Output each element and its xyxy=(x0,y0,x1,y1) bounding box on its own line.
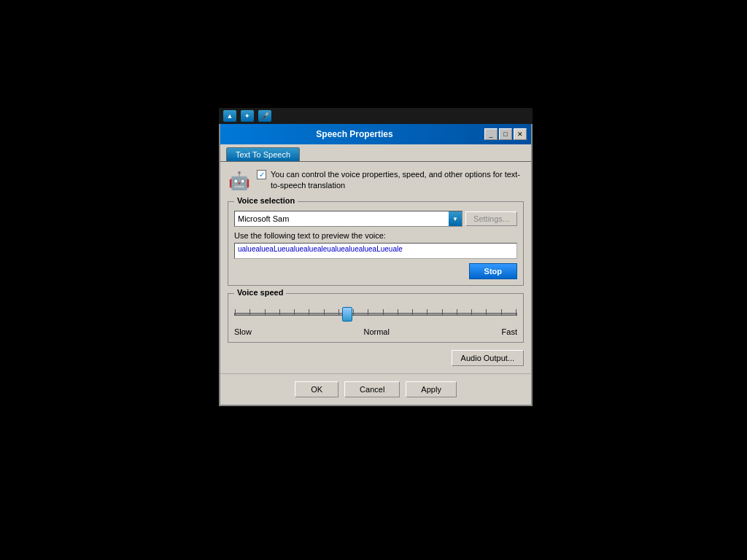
info-checkbox[interactable]: ✓ xyxy=(257,170,266,179)
tick-11 xyxy=(383,309,384,315)
voice-selection-content: Microsoft Sam ▼ Settings... Use the foll… xyxy=(234,208,517,279)
tick-2 xyxy=(249,309,250,315)
top-bar: ▲ ✦ 🎤 xyxy=(219,108,533,124)
info-row: 🤖 ✓ You can control the voice properties… xyxy=(228,169,524,192)
tick-5 xyxy=(294,309,295,315)
audio-output-button[interactable]: Audio Output... xyxy=(452,350,524,366)
voice-speed-legend: Voice speed xyxy=(234,288,286,297)
voice-selection-legend: Voice selection xyxy=(234,196,298,205)
close-button[interactable]: ✕ xyxy=(514,128,527,140)
speed-label-fast: Fast xyxy=(502,327,517,336)
dialog-content: 🤖 ✓ You can control the voice properties… xyxy=(220,161,531,373)
slider-ticks xyxy=(235,309,516,315)
tick-4 xyxy=(279,309,280,315)
apply-button[interactable]: Apply xyxy=(406,381,457,397)
speed-label-normal: Normal xyxy=(363,327,389,336)
desktop: ▲ ✦ 🎤 Speech Properties _ □ ✕ Text To Sp… xyxy=(0,0,747,560)
preview-text-input[interactable]: ualuealueaLueualuealuealeualuealuealueaL… xyxy=(234,243,517,259)
preview-label: Use the following text to preview the vo… xyxy=(234,231,517,240)
title-bar: Speech Properties _ □ ✕ xyxy=(220,124,531,144)
tick-8 xyxy=(338,309,339,315)
top-icon-mic[interactable]: 🎤 xyxy=(258,110,271,122)
tick-19 xyxy=(501,309,502,315)
tick-12 xyxy=(398,309,398,315)
voice-dropdown[interactable]: Microsoft Sam ▼ xyxy=(234,211,462,227)
stop-button-row: Stop xyxy=(234,263,517,279)
tick-3 xyxy=(265,309,266,315)
tick-20 xyxy=(516,309,516,315)
tick-15 xyxy=(442,309,443,315)
tick-9 xyxy=(353,309,354,315)
maximize-button[interactable]: □ xyxy=(499,128,512,140)
bottom-buttons: OK Cancel Apply xyxy=(220,373,531,405)
tab-bar: Text To Speech xyxy=(220,144,531,161)
tick-16 xyxy=(457,309,457,315)
settings-button[interactable]: Settings... xyxy=(465,211,517,226)
stop-button[interactable]: Stop xyxy=(469,263,517,279)
tick-14 xyxy=(427,309,427,315)
robot-icon: 🤖 xyxy=(228,169,251,192)
tick-1 xyxy=(235,309,236,315)
speed-slider-track xyxy=(234,313,517,316)
tick-17 xyxy=(471,309,472,315)
tick-18 xyxy=(486,309,487,315)
minimize-button[interactable]: _ xyxy=(484,128,498,140)
top-icon-move[interactable]: ✦ xyxy=(241,110,254,122)
dialog-title: Speech Properties xyxy=(225,129,484,139)
tick-13 xyxy=(412,309,413,315)
audio-output-row: Audio Output... xyxy=(228,350,524,366)
ok-button[interactable]: OK xyxy=(295,381,338,397)
voice-select-row: Microsoft Sam ▼ Settings... xyxy=(234,211,517,227)
speed-labels: Slow Normal Fast xyxy=(234,327,517,336)
tick-7 xyxy=(324,309,325,315)
speed-label-slow: Slow xyxy=(234,327,252,336)
title-bar-controls: _ □ ✕ xyxy=(484,128,527,140)
info-description: You can control the voice properties, sp… xyxy=(271,169,524,192)
tick-6 xyxy=(309,309,309,315)
speed-slider-thumb[interactable] xyxy=(342,307,352,322)
tick-10 xyxy=(368,309,368,315)
dropdown-arrow-icon[interactable]: ▼ xyxy=(449,211,462,226)
checkbox-row: ✓ You can control the voice properties, … xyxy=(257,169,524,192)
voice-speed-group: Voice speed xyxy=(228,293,524,343)
tab-text-to-speech[interactable]: Text To Speech xyxy=(226,147,300,161)
speed-slider-container xyxy=(234,304,517,324)
voice-selection-group: Voice selection Microsoft Sam ▼ Settings… xyxy=(228,201,524,286)
speed-section: Slow Normal Fast xyxy=(234,300,517,336)
voice-dropdown-value: Microsoft Sam xyxy=(238,214,289,223)
cancel-button[interactable]: Cancel xyxy=(344,381,400,397)
speech-properties-dialog: Speech Properties _ □ ✕ Text To Speech 🤖… xyxy=(219,124,533,406)
top-icon-up[interactable]: ▲ xyxy=(223,110,236,122)
dialog-window: ▲ ✦ 🎤 Speech Properties _ □ ✕ Text To Sp… xyxy=(219,108,533,406)
